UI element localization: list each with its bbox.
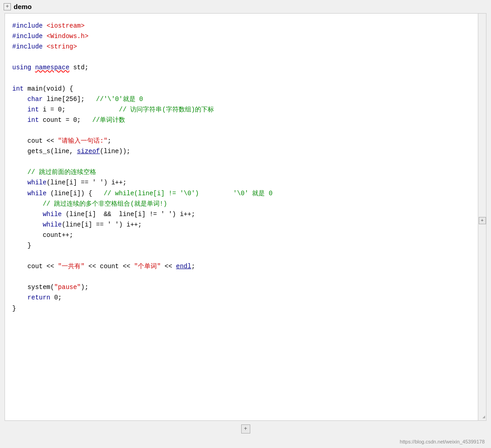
code-line: char line[256]; //'\'0'就是 0 — [12, 94, 472, 105]
code-line: while(line[i] == ' ') i++; — [12, 220, 472, 230]
code-line: system("pause"); — [12, 282, 472, 293]
code-line: cout << "请输入一句话:"; — [12, 136, 472, 146]
code-line: #include <string> — [12, 42, 472, 52]
code-line — [12, 52, 472, 63]
title-bar: + demo — [0, 0, 491, 13]
scroll-plus-button[interactable]: + — [479, 217, 486, 224]
code-line: } — [12, 303, 472, 314]
code-line: return 0; — [12, 293, 472, 303]
bottom-bar: + — [0, 423, 491, 435]
code-block: #include <iostream>#include <Windows.h>#… — [12, 21, 472, 314]
code-line: } — [12, 241, 472, 251]
code-line — [12, 157, 472, 167]
code-line: using namespace std; — [12, 63, 472, 73]
code-line: while(line[i] == ' ') i++; — [12, 178, 472, 188]
code-line: while (line[i] && line[i] != ' ') i++; — [12, 209, 472, 220]
code-line: #include <Windows.h> — [12, 31, 472, 42]
code-line: #include <iostream> — [12, 21, 472, 31]
code-line: // 跳过连续的多个非空格组合(就是单词!) — [12, 199, 472, 209]
code-line: int count = 0; //单词计数 — [12, 115, 472, 125]
code-container: #include <iostream>#include <Windows.h>#… — [5, 13, 486, 421]
window-title: demo — [14, 3, 32, 10]
code-line: count++; — [12, 230, 472, 241]
code-line — [12, 272, 472, 282]
corner-icon: ◢ — [482, 414, 485, 419]
code-line: while (line[i]) { // while(line[i] != '\… — [12, 188, 472, 199]
watermark: https://blog.csdn.net/weixin_45399178 — [400, 439, 485, 444]
code-line: gets_s(line, sizeof(line)); — [12, 146, 472, 157]
expand-icon[interactable]: + — [4, 3, 11, 10]
code-line: // 跳过前面的连续空格 — [12, 167, 472, 178]
code-line: int main(void) { — [12, 84, 472, 94]
code-line — [12, 125, 472, 136]
code-line: cout << "一共有" << count << "个单词" << endl; — [12, 261, 472, 272]
code-line — [12, 73, 472, 83]
bottom-plus-button[interactable]: + — [241, 424, 250, 434]
scrollbar-right: + — [478, 14, 486, 420]
code-line: int i = 0; // 访问字符串(字符数组)的下标 — [12, 105, 472, 115]
code-line — [12, 251, 472, 261]
